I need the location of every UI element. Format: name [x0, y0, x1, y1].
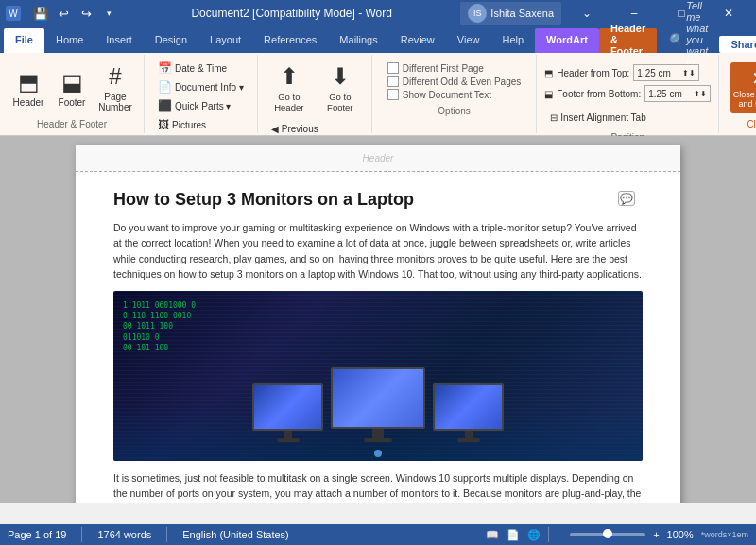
web-layout-button[interactable]: 🌐 [527, 529, 541, 541]
doc-info-icon: 📄 [158, 80, 172, 94]
tab-view[interactable]: View [446, 28, 491, 53]
document-info-button[interactable]: 📄 Document Info ▾ [152, 77, 249, 96]
ribbon-group-navigation: ⬆ Go to Header ⬇ Go to Footer ◀ Previous… [258, 55, 372, 133]
go-to-header-button[interactable]: ⬆ Go to Header [266, 59, 313, 117]
tab-help[interactable]: Help [490, 28, 535, 53]
read-mode-button[interactable]: 📖 [486, 529, 499, 541]
quick-parts-icon: ⬛ [158, 99, 172, 112]
date-time-button[interactable]: 📅 Date & Time [152, 59, 249, 77]
different-first-page-option[interactable]: Different First Page [387, 62, 521, 74]
tab-layout[interactable]: Layout [198, 28, 252, 53]
ribbon: ⬒ Header ⬓ Footer # PageNumber Header & … [0, 53, 756, 136]
tab-home[interactable]: Home [44, 28, 94, 53]
spinner-arrows-2[interactable]: ⬆⬇ [694, 90, 707, 98]
zoom-level[interactable]: – [557, 529, 562, 540]
status-bar: Page 1 of 19 1764 words English (United … [0, 524, 756, 545]
center-screen [331, 367, 425, 429]
language-indicator[interactable]: English (United States) [182, 529, 289, 540]
previous-icon: ◀ [271, 124, 279, 134]
position-col: ⬒ Header from Top: 1.25 cm ⬆⬇ ⬓ Footer f… [544, 59, 711, 130]
go-to-footer-button[interactable]: ⬇ Go to Footer [317, 59, 364, 117]
tab-references[interactable]: References [252, 28, 328, 53]
tab-header-footer[interactable]: Header & Footer [599, 28, 657, 53]
word-count[interactable]: 1764 words [97, 529, 151, 540]
tab-insert[interactable]: Insert [94, 28, 144, 53]
left-monitor [252, 383, 323, 442]
tab-mailings[interactable]: Mailings [328, 28, 388, 53]
ribbon-tabs: File Home Insert Design Layout Reference… [0, 26, 756, 53]
insert-alignment-tab-button[interactable]: ⊟ Insert Alignment Tab [544, 108, 711, 127]
redo-button[interactable]: ↪ [76, 4, 96, 23]
ribbon-group-insert: 📅 Date & Time 📄 Document Info ▾ ⬛ Quick … [145, 55, 258, 133]
right-monitor [433, 383, 504, 442]
comment-bubble-1[interactable]: 💬 [618, 191, 635, 206]
page-number-icon: # [109, 63, 121, 90]
ribbon-group-content: ⬒ Header ⬓ Footer # PageNumber [8, 59, 136, 117]
title-bar-left: W 💾 ↩ ↪ ▾ [6, 3, 123, 24]
footer-button[interactable]: ⬓ Footer [51, 59, 93, 117]
header-from-top-input[interactable]: 1.25 cm ⬆⬇ [633, 64, 699, 81]
page-count[interactable]: Page 1 of 19 [8, 529, 66, 540]
window-title: Document2 [Compatibility Mode] - Word [191, 7, 392, 20]
ribbon-group-position: ⬒ Header from Top: 1.25 cm ⬆⬇ ⬓ Footer f… [537, 55, 719, 133]
footer-from-bottom-input[interactable]: 1.25 cm ⬆⬇ [644, 85, 711, 102]
tab-wordart[interactable]: WordArt [535, 28, 599, 53]
zoom-percent[interactable]: 100% [667, 529, 694, 540]
close-group-label: Close [747, 119, 756, 129]
user-name: Ishita Saxena [490, 8, 554, 19]
spinner-arrows[interactable]: ⬆⬇ [682, 69, 696, 77]
zoom-slider[interactable] [570, 533, 645, 536]
show-document-checkbox[interactable] [387, 89, 399, 100]
monitor-container [252, 367, 504, 442]
pictures-icon: 🖼 [158, 118, 169, 131]
quick-parts-button[interactable]: ⬛ Quick Parts ▾ [152, 96, 249, 115]
previous-button[interactable]: ◀ Previous [266, 119, 364, 138]
tell-me-field[interactable]: 🔍 Tell me what you want to do [657, 28, 719, 53]
body-paragraph-2[interactable]: It is sometimes, just not feasible to mu… [113, 470, 643, 503]
monitors-image: 1 1011 0601000 0 0 110 1100 0010 00 1011… [113, 291, 643, 461]
share-button[interactable]: Share [719, 36, 756, 53]
show-document-text-option[interactable]: Show Document Text [387, 89, 521, 100]
close-button[interactable]: ✕ [707, 0, 750, 26]
header-icon: ⬒ [18, 69, 40, 95]
right-stand [465, 431, 472, 438]
different-first-checkbox[interactable] [387, 62, 399, 74]
zoom-in[interactable]: + [653, 529, 659, 540]
ribbon-group-close: ✕ Close Header and Footer Close [719, 55, 756, 133]
ribbon-group-header-footer: ⬒ Header ⬓ Footer # PageNumber Header & … [0, 55, 145, 133]
center-monitor [331, 367, 425, 442]
left-stand [284, 431, 292, 438]
image-selection-handle[interactable] [374, 450, 382, 457]
print-layout-button[interactable]: 📄 [507, 529, 520, 541]
alignment-icon: ⊟ [550, 112, 558, 123]
footer-from-bottom-icon: ⬓ [544, 89, 553, 99]
tab-design[interactable]: Design [144, 28, 198, 53]
go-header-icon: ⬆ [280, 63, 299, 90]
tab-file[interactable]: File [4, 28, 44, 53]
footer-icon: ⬓ [61, 69, 83, 95]
intro-paragraph[interactable]: Do you want to improve your gaming or mu… [113, 220, 643, 281]
pictures-button[interactable]: 🖼 Pictures [152, 115, 249, 134]
close-hf-icon: ✕ [751, 67, 756, 90]
page-header-area[interactable]: Header [76, 145, 680, 172]
center-stand [372, 429, 384, 438]
header-button[interactable]: ⬒ Header [8, 59, 49, 117]
page-content: How to Setup 3 Monitors on a Laptop 💬 Do… [76, 172, 680, 503]
footer-from-bottom-row: ⬓ Footer from Bottom: 1.25 cm ⬆⬇ [544, 85, 711, 102]
different-odd-even-option[interactable]: Different Odd & Even Pages [387, 76, 521, 87]
user-area[interactable]: IS Ishita Saxena [460, 2, 561, 25]
document-title[interactable]: How to Setup 3 Monitors on a Laptop [113, 187, 643, 213]
status-divider-3 [548, 527, 549, 542]
page-number-button[interactable]: # PageNumber [94, 59, 136, 117]
customize-qat-button[interactable]: ▾ [98, 4, 119, 23]
tab-review[interactable]: Review [389, 28, 446, 53]
quick-access-toolbar: 💾 ↩ ↪ ▾ [26, 3, 123, 24]
different-odd-even-checkbox[interactable] [387, 76, 399, 87]
undo-button[interactable]: ↩ [53, 4, 74, 23]
save-button[interactable]: 💾 [30, 4, 51, 23]
status-right: 📖 📄 🌐 – + 100% *words×1em [486, 527, 748, 542]
zoom-thumb[interactable] [603, 529, 612, 538]
close-header-footer-button[interactable]: ✕ Close Header and Footer [730, 62, 756, 113]
header-from-top-row: ⬒ Header from Top: 1.25 cm ⬆⬇ [544, 64, 711, 81]
ribbon-toggle-button[interactable]: ⌄ [565, 0, 609, 26]
